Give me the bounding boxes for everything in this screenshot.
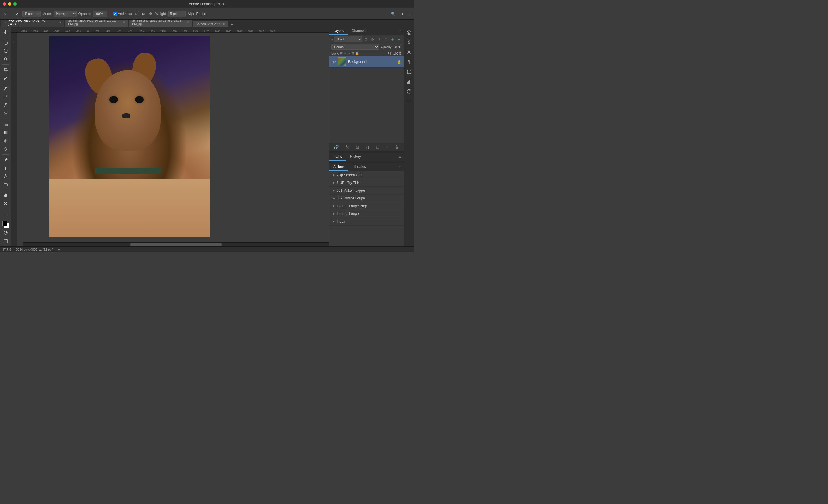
screen-mode-btn[interactable] (2, 237, 10, 245)
sample-btn[interactable]: ⊞ (140, 11, 146, 16)
eyedropper-btn[interactable] (2, 74, 10, 82)
shape-btn[interactable] (2, 181, 10, 189)
pen-btn[interactable] (2, 156, 10, 164)
adjustments-panel-btn[interactable] (405, 39, 413, 47)
actions-tab[interactable]: Actions (329, 163, 348, 171)
window-controls[interactable] (3, 2, 17, 6)
layer-item-background[interactable]: 👁 Background 🔒 (329, 56, 404, 67)
blur-btn[interactable] (2, 137, 10, 145)
healing-btn[interactable] (2, 85, 10, 92)
fx-btn[interactable]: fx (344, 144, 350, 150)
workspace-btn[interactable]: ⊟ (399, 11, 404, 17)
brush-btn[interactable] (2, 93, 10, 101)
delete-layer-btn[interactable]: 🗑 (394, 144, 400, 150)
close-button[interactable] (3, 2, 6, 6)
layers-tab[interactable]: Layers (329, 27, 347, 35)
zoom-btn[interactable] (2, 200, 10, 208)
action-item-6[interactable]: ▶ Index (329, 218, 404, 226)
clone-stamp-btn[interactable] (2, 101, 10, 109)
document-canvas[interactable] (49, 36, 210, 237)
align-edges-label[interactable]: Align Edges (188, 12, 206, 16)
tab-overflow-btn[interactable]: » (229, 22, 235, 27)
action-item-1[interactable]: ▶ 3 UP - Try This (329, 179, 404, 187)
tab-close-2[interactable]: ✕ (187, 21, 189, 24)
anti-alias-label[interactable]: Anti-alias (113, 12, 132, 16)
new-layer-btn[interactable]: + (385, 144, 389, 150)
para-panel-btn[interactable]: ¶ (405, 58, 413, 66)
eraser-btn[interactable] (2, 120, 10, 128)
canvas-area[interactable] (17, 33, 329, 246)
lock-all-btn[interactable]: 🔒 (355, 51, 359, 55)
more-tools-btn[interactable]: ··· (2, 210, 10, 218)
link-layers-btn[interactable]: 🔗 (333, 144, 340, 150)
smart-filter-btn[interactable]: ◈ (389, 36, 395, 42)
arrange-btn[interactable]: ⊞ (406, 11, 412, 17)
layers-panel-collapse[interactable]: ≡ (397, 28, 404, 35)
history-tab[interactable]: History (346, 153, 365, 161)
opacity-input[interactable] (93, 11, 107, 17)
path-select-btn[interactable] (2, 172, 10, 180)
filter-kind-select[interactable]: Kind (334, 36, 362, 42)
lasso-tool-btn[interactable] (2, 47, 10, 55)
history-brush-btn[interactable] (2, 110, 10, 118)
pixels-select[interactable]: Pixels (23, 11, 41, 17)
search-btn[interactable]: 🔍 (389, 11, 397, 17)
hand-btn[interactable] (2, 191, 10, 199)
action-item-4[interactable]: ▶ Internal Loupe Prep (329, 202, 404, 210)
scrollbar-thumb[interactable] (130, 243, 222, 246)
move-tool-btn[interactable] (2, 28, 10, 36)
actions-panel-collapse[interactable]: ≡ (397, 164, 404, 170)
lock-artboards-btn[interactable]: ➔ (347, 51, 350, 55)
mode-select[interactable]: Normal (54, 11, 77, 17)
adjust-filter-btn[interactable]: ◑ (370, 36, 375, 42)
action-item-5[interactable]: ▶ Internal Loupe (329, 210, 404, 218)
transform-panel-btn[interactable] (405, 68, 413, 76)
channels-tab[interactable]: Channels (347, 27, 370, 35)
shape-filter-btn[interactable]: □ (383, 36, 389, 42)
tab-1[interactable]: Screen Shot 2020-10-21 at 2.30.24 PM.jpg… (65, 19, 128, 27)
tab-close-3[interactable]: ✕ (223, 22, 225, 26)
pixel-filter-btn[interactable]: ⊞ (363, 36, 369, 42)
libraries-tab[interactable]: Libraries (348, 163, 370, 171)
histogram-panel-btn[interactable] (405, 78, 413, 86)
gradient-btn[interactable] (2, 129, 10, 136)
marquee-tool-btn[interactable] (2, 39, 10, 46)
horizontal-scrollbar[interactable] (23, 242, 329, 246)
anti-alias-checkbox[interactable] (113, 12, 117, 15)
action-item-2[interactable]: ▶ 001 Make it bigger (329, 187, 404, 194)
type-btn[interactable]: T (2, 164, 10, 172)
dodge-btn[interactable] (2, 145, 10, 153)
paths-panel-collapse[interactable]: ≡ (397, 153, 404, 161)
paths-tab[interactable]: Paths (329, 153, 346, 161)
char-panel-btn[interactable]: A (405, 48, 413, 56)
fullscreen-button[interactable] (13, 2, 17, 6)
info-panel-btn[interactable] (405, 87, 413, 95)
layer-visibility-btn[interactable]: 👁 (331, 59, 336, 64)
toggle-filter-btn[interactable]: ● (396, 36, 402, 42)
brush-settings-btn[interactable]: ⚙ (148, 11, 154, 16)
crop-tool-btn[interactable] (2, 66, 10, 74)
quick-mask-btn[interactable] (2, 229, 10, 237)
status-arrow-btn[interactable]: ▶ (58, 248, 60, 251)
lock-transparency-btn[interactable]: ⊡ (351, 51, 354, 55)
tab-0[interactable]: ✕ IMG_3400.HEIC @ 37.7% (RGB/8*) ✕ (1, 19, 65, 27)
lock-position-btn[interactable]: ✏ (344, 51, 346, 55)
properties-panel-btn[interactable] (405, 29, 413, 37)
quick-select-btn[interactable] (2, 55, 10, 63)
tab-3[interactable]: Screen Shot 2020 ✕ (193, 21, 228, 27)
minimize-button[interactable] (8, 2, 11, 6)
group-btn[interactable]: □ (375, 144, 380, 150)
color-swatches[interactable] (2, 220, 10, 228)
blend-mode-select[interactable]: Normal (331, 44, 379, 50)
action-item-3[interactable]: ▶ 002 Outline Loupe (329, 194, 404, 202)
weight-input[interactable] (168, 11, 186, 17)
tab-close-1[interactable]: ✕ (123, 21, 125, 24)
brush-tool-btn[interactable] (13, 11, 21, 17)
action-item-0[interactable]: ▶ 2Up Screenshots (329, 171, 404, 179)
tab-2[interactable]: Screen Shot 2020-10-21 at 2.39.39 PM.jpg… (129, 19, 192, 27)
tab-close-0[interactable]: ✕ (59, 21, 61, 24)
arrange-panel-btn[interactable] (405, 97, 413, 105)
lock-pixels-btn[interactable]: ⊞ (340, 51, 343, 55)
type-filter-btn[interactable]: T (376, 36, 382, 42)
anti-alias-icon-btn[interactable]: □ (134, 11, 139, 16)
